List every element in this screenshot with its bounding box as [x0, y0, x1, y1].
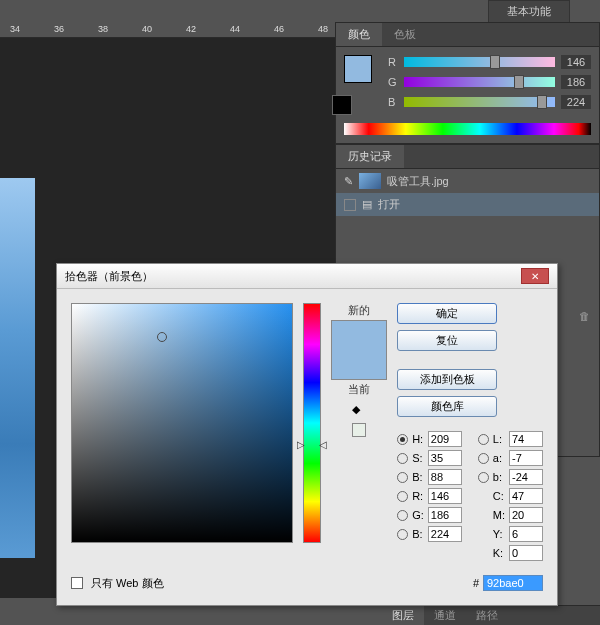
- radio-bv[interactable]: [397, 472, 408, 483]
- gamut-warning-icon[interactable]: ◆: [352, 403, 366, 417]
- background-swatch[interactable]: [332, 95, 352, 115]
- input-s[interactable]: [428, 450, 462, 466]
- radio-r[interactable]: [397, 491, 408, 502]
- ok-button[interactable]: 确定: [397, 303, 497, 324]
- radio-l[interactable]: [478, 434, 489, 445]
- bottom-panel-tabs: 图层 通道 路径: [382, 605, 600, 625]
- hue-slider[interactable]: [303, 303, 321, 543]
- b-label: B: [388, 96, 398, 108]
- radio-bb[interactable]: [397, 529, 408, 540]
- radio-b[interactable]: [478, 472, 489, 483]
- input-y[interactable]: [509, 526, 543, 542]
- gamut-color-box[interactable]: [352, 423, 366, 437]
- input-a[interactable]: [509, 450, 543, 466]
- dialog-titlebar[interactable]: 拾色器（前景色） ✕: [57, 264, 557, 289]
- radio-s[interactable]: [397, 453, 408, 464]
- hue-pointer-right: ◁: [319, 439, 327, 450]
- r-label: R: [388, 56, 398, 68]
- dialog-title: 拾色器（前景色）: [65, 269, 153, 284]
- color-field[interactable]: [71, 303, 293, 543]
- input-k[interactable]: [509, 545, 543, 561]
- current-color-swatch: [332, 350, 386, 379]
- new-color-swatch: [332, 321, 386, 350]
- input-g[interactable]: [428, 507, 462, 523]
- trash-icon[interactable]: 🗑: [579, 310, 590, 322]
- b-slider[interactable]: [404, 97, 555, 107]
- app-topbar: 基本功能: [0, 0, 600, 22]
- input-c[interactable]: [509, 488, 543, 504]
- color-preview: [331, 320, 387, 380]
- input-l[interactable]: [509, 431, 543, 447]
- foreground-swatch[interactable]: [344, 55, 372, 83]
- document-image: [0, 178, 35, 558]
- tab-color[interactable]: 颜色: [336, 23, 382, 46]
- g-label: G: [388, 76, 398, 88]
- reset-button[interactable]: 复位: [397, 330, 497, 351]
- tab-swatches[interactable]: 色板: [382, 23, 428, 46]
- tab-layers[interactable]: 图层: [382, 606, 424, 625]
- input-b[interactable]: [509, 469, 543, 485]
- brush-icon: ✎: [344, 175, 353, 188]
- history-document[interactable]: ✎ 吸管工具.jpg: [336, 169, 599, 193]
- r-value[interactable]: 146: [561, 55, 591, 69]
- hex-input[interactable]: [483, 575, 543, 591]
- document-thumb-icon: [359, 173, 381, 189]
- web-only-label: 只有 Web 颜色: [91, 576, 164, 591]
- color-field-cursor[interactable]: [157, 332, 167, 342]
- input-m[interactable]: [509, 507, 543, 523]
- input-h[interactable]: [428, 431, 462, 447]
- input-r[interactable]: [428, 488, 462, 504]
- b-value[interactable]: 224: [561, 95, 591, 109]
- snapshot-checkbox[interactable]: [344, 199, 356, 211]
- hue-pointer-left: ▷: [297, 439, 305, 450]
- radio-h[interactable]: [397, 434, 408, 445]
- color-picker-dialog: 拾色器（前景色） ✕ ▷ ◁ 新的 当前 ◆ 确定 复位 添加到色板 颜色库: [56, 263, 558, 606]
- color-panel-group: 颜色 色板 R 146 G 186 B: [335, 22, 600, 144]
- input-bv[interactable]: [428, 469, 462, 485]
- g-value[interactable]: 186: [561, 75, 591, 89]
- tab-channels[interactable]: 通道: [424, 606, 466, 625]
- add-swatch-button[interactable]: 添加到色板: [397, 369, 497, 390]
- workspace-selector[interactable]: 基本功能: [488, 0, 570, 23]
- r-slider[interactable]: [404, 57, 555, 67]
- new-color-label: 新的: [348, 303, 370, 318]
- close-button[interactable]: ✕: [521, 268, 549, 284]
- tab-paths[interactable]: 路径: [466, 606, 508, 625]
- web-only-checkbox[interactable]: [71, 577, 83, 589]
- g-slider[interactable]: [404, 77, 555, 87]
- hex-label: #: [473, 577, 479, 589]
- spectrum-bar[interactable]: [344, 123, 591, 135]
- document-icon: ▤: [362, 198, 372, 211]
- tab-history[interactable]: 历史记录: [336, 145, 404, 168]
- input-bb[interactable]: [428, 526, 462, 542]
- radio-a[interactable]: [478, 453, 489, 464]
- current-color-label: 当前: [348, 382, 370, 397]
- history-step-open[interactable]: ▤ 打开: [336, 193, 599, 216]
- radio-g[interactable]: [397, 510, 408, 521]
- color-libraries-button[interactable]: 颜色库: [397, 396, 497, 417]
